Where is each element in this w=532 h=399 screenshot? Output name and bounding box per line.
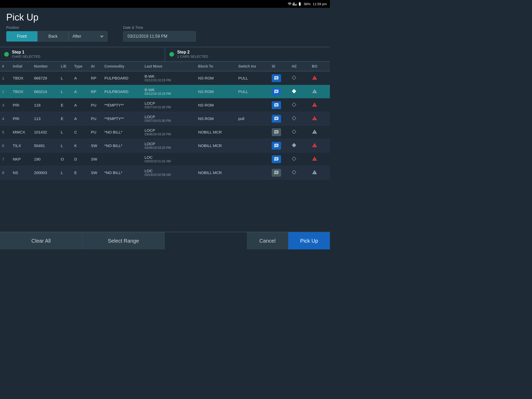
cell-le: O <box>59 152 72 166</box>
cell-si[interactable] <box>270 139 290 152</box>
select-range-button[interactable]: Select Range <box>82 232 165 249</box>
cell-si[interactable] <box>270 152 290 166</box>
cell-si[interactable] <box>270 166 290 179</box>
step-2[interactable]: Step 2 1 CARS SELECTED <box>165 47 330 61</box>
chat-icon-blue[interactable] <box>272 115 281 123</box>
cell-blockto: NS ROM <box>196 71 236 85</box>
cell-type: C <box>72 125 89 139</box>
header: Pick Up Position Front Back After Date &… <box>0 8 330 44</box>
cell-blockto: NS ROM <box>196 98 236 112</box>
cell-le: L <box>59 71 72 85</box>
cell-lastmove: LOC 03/19/19 02:58 AM <box>142 166 196 179</box>
cell-hz <box>290 98 310 112</box>
step-1-label: Step 1 <box>12 50 40 55</box>
svg-marker-4 <box>292 130 296 134</box>
cell-blockto: NS ROM <box>196 112 236 125</box>
table-row[interactable]: 2 TBOX 660214 L A RP PULPBOARD B-WK 03/1… <box>0 85 330 98</box>
position-back-button[interactable]: Back <box>37 31 69 42</box>
cancel-button[interactable]: Cancel <box>247 232 288 249</box>
chat-icon-blue[interactable] <box>272 74 281 82</box>
chat-icon-blue[interactable] <box>272 101 281 109</box>
cell-hz <box>290 85 310 98</box>
col-header-number: Number <box>32 62 59 71</box>
cell-lastmove: LOCP 03/07/19 01:00 PM <box>142 112 196 125</box>
clear-all-button[interactable]: Clear All <box>0 232 82 249</box>
cell-blockto: NOBILL MCR <box>196 139 236 152</box>
cell-si[interactable] <box>270 71 290 85</box>
cell-blockto: NOBILL MCR <box>196 125 236 139</box>
cell-initial: MWCX <box>11 125 32 139</box>
col-header-lastmove: Last Move <box>142 62 196 71</box>
cell-bo <box>310 71 330 85</box>
cell-num: 6 <box>0 139 11 152</box>
cell-si[interactable] <box>270 98 290 112</box>
chat-icon-blue[interactable] <box>272 155 281 163</box>
cell-switchins <box>236 139 270 152</box>
cell-commodity: PULPBOARD <box>102 71 143 85</box>
cell-le: E <box>59 112 72 125</box>
cell-number: 666729 <box>32 71 59 85</box>
cell-type: A <box>72 85 89 98</box>
cell-bo <box>310 139 330 152</box>
position-front-button[interactable]: Front <box>6 31 37 42</box>
chat-icon-blue[interactable] <box>272 88 281 96</box>
position-selector: Front Back After <box>6 31 108 42</box>
cell-commodity: **EMPTY** <box>102 112 143 125</box>
table-row[interactable]: 4 PRI 113 E A PU **EMPTY** LOCP 03/07/19… <box>0 112 330 125</box>
cell-si[interactable] <box>270 125 290 139</box>
warning-icon-red <box>312 77 317 81</box>
cell-num: 7 <box>0 152 11 166</box>
cell-le: L <box>59 139 72 152</box>
position-after-button[interactable]: After <box>69 31 108 42</box>
table-row[interactable]: 8 NS 200003 L E SW *NO BILL* LOC 03/19/1… <box>0 166 330 179</box>
cell-si[interactable] <box>270 85 290 98</box>
svg-marker-1 <box>292 89 296 93</box>
cell-si[interactable] <box>270 112 290 125</box>
chat-icon-gray[interactable] <box>272 169 281 177</box>
col-header-le: L/E <box>59 62 72 71</box>
pickup-button[interactable]: Pick Up <box>288 232 330 249</box>
cell-number: 660214 <box>32 85 59 98</box>
cell-number: 190 <box>32 152 59 166</box>
cell-ai: PU <box>89 125 102 139</box>
datetime-value[interactable]: 03/21/2019 11:59 PM <box>123 31 196 42</box>
cell-initial: PRI <box>11 98 32 112</box>
step-1-dot <box>4 52 9 57</box>
cell-ai: SW <box>89 139 102 152</box>
cell-ai: PU <box>89 98 102 112</box>
cell-commodity: PULPBOARD <box>102 85 143 98</box>
warning-icon-red <box>312 144 317 149</box>
status-icons <box>288 2 302 6</box>
svg-marker-6 <box>292 157 296 161</box>
cell-initial: PRI <box>11 112 32 125</box>
table-row[interactable]: 5 MWCX 101432 L C PU *NO BILL* LOCP 03/0… <box>0 125 330 139</box>
svg-marker-0 <box>292 76 296 80</box>
step-1[interactable]: Step 1 CHAD SELECTED <box>0 47 165 61</box>
cell-lastmove: LOC 03/03/19 01:02 AM <box>142 152 196 166</box>
table-row[interactable]: 3 PRI 118 E A PU **EMPTY** LOCP 03/07/19… <box>0 98 330 112</box>
cell-blockto <box>196 152 236 166</box>
table-row[interactable]: 6 TILX 50491 L K SW *NO BILL* LOCP 03/06… <box>0 139 330 152</box>
cell-bo <box>310 125 330 139</box>
table-row[interactable]: 1 TBOX 666729 L A RP PULPBOARD B-WK 03/1… <box>0 71 330 85</box>
diamond-icon-filled <box>292 90 296 94</box>
step-2-dot <box>169 52 174 57</box>
warning-icon-red <box>312 104 317 108</box>
chat-icon-gray[interactable] <box>272 128 281 136</box>
step-2-label: Step 2 <box>177 50 208 55</box>
cell-type: K <box>72 139 89 152</box>
cell-num: 2 <box>0 85 11 98</box>
chat-icon-blue[interactable] <box>272 142 281 150</box>
cell-ai: SW <box>89 152 102 166</box>
current-time: 11:59 pm <box>313 2 327 6</box>
diamond-icon-outline <box>292 157 296 162</box>
svg-marker-7 <box>292 170 296 174</box>
cell-bo <box>310 112 330 125</box>
col-header-type: Type <box>72 62 89 71</box>
warning-icon-white <box>312 171 317 176</box>
cell-hz <box>290 166 310 179</box>
cell-blockto: NOBILL MCR <box>196 166 236 179</box>
table-row[interactable]: 7 NKP 190 O D SW LOC 03/03/19 01:02 AM <box>0 152 330 166</box>
cell-ai: RP <box>89 85 102 98</box>
cell-blockto: NS ROM <box>196 85 236 98</box>
